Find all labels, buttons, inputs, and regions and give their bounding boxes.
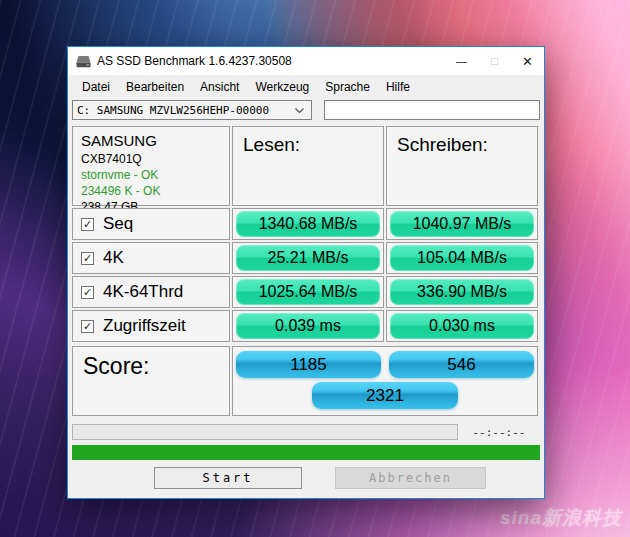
seq-write-value: 1040.97 MB/s — [390, 211, 534, 237]
app-window: AS SSD Benchmark 1.6.4237.30508 — □ ✕ Da… — [67, 46, 545, 499]
row-label-4k64: ✓ 4K-64Thrd — [72, 276, 230, 308]
drive-driver-status: stornvme - OK — [81, 168, 221, 182]
4k-read-cell: 25.21 MB/s — [232, 242, 384, 274]
4k-label: 4K — [103, 248, 124, 268]
overall-progress-bar — [72, 445, 540, 460]
close-button[interactable]: ✕ — [511, 47, 544, 75]
menu-bar: Datei Bearbeiten Ansicht Werkzeug Sprach… — [68, 75, 544, 98]
4k64-read-value: 1025.64 MB/s — [236, 279, 380, 305]
sina-watermark: sina新浪科技 — [500, 505, 622, 531]
access-write-value: 0.030 ms — [390, 313, 534, 339]
4k-read-value: 25.21 MB/s — [236, 245, 380, 271]
4k-write-value: 105.04 MB/s — [390, 245, 534, 271]
read-header: Lesen: — [232, 126, 384, 206]
menu-ansicht[interactable]: Ansicht — [192, 77, 247, 97]
drive-dropdown-value: C: SAMSUNG MZVLW256HEHP-00000 — [77, 104, 269, 117]
compare-textbox[interactable] — [324, 100, 540, 120]
seq-read-cell: 1340.68 MB/s — [232, 208, 384, 240]
access-checkbox[interactable]: ✓ — [81, 320, 94, 333]
row-label-seq: ✓ Seq — [72, 208, 230, 240]
score-values: 1185 546 2321 — [232, 346, 538, 416]
title-bar[interactable]: AS SSD Benchmark 1.6.4237.30508 — □ ✕ — [68, 47, 544, 75]
score-section: Score: 1185 546 2321 — [72, 346, 540, 416]
seq-label: Seq — [103, 214, 133, 234]
menu-datei[interactable]: Datei — [74, 77, 118, 97]
seq-checkbox[interactable]: ✓ — [81, 218, 94, 231]
4k64-label: 4K-64Thrd — [103, 282, 183, 302]
progress-row: --:--:-- — [72, 424, 540, 440]
row-label-4k: ✓ 4K — [72, 242, 230, 274]
cancel-button[interactable]: Abbrechen — [335, 467, 486, 489]
results-table: SAMSUNG CXB7401Q stornvme - OK 234496 K … — [72, 126, 540, 342]
drive-firmware: CXB7401Q — [81, 152, 221, 166]
access-read-value: 0.039 ms — [236, 313, 380, 339]
menu-bearbeiten[interactable]: Bearbeiten — [118, 77, 192, 97]
4k-checkbox[interactable]: ✓ — [81, 252, 94, 265]
score-read-value: 1185 — [236, 351, 381, 378]
window-controls: — □ ✕ — [445, 47, 544, 75]
write-header: Schreiben: — [386, 126, 538, 206]
score-write-value: 546 — [389, 351, 534, 378]
drive-vendor: SAMSUNG — [81, 132, 221, 149]
4k-write-cell: 105.04 MB/s — [386, 242, 538, 274]
access-write-cell: 0.030 ms — [386, 310, 538, 342]
drive-dropdown[interactable]: C: SAMSUNG MZVLW256HEHP-00000 — [72, 100, 312, 120]
drive-icon — [76, 55, 91, 68]
start-button[interactable]: Start — [154, 467, 302, 489]
drive-selector-row: C: SAMSUNG MZVLW256HEHP-00000 — [72, 100, 540, 120]
chevron-down-icon — [294, 107, 305, 114]
time-remaining: --:--:-- — [458, 426, 540, 439]
desktop-wallpaper: sina新浪科技 AS SSD Benchmark 1.6.4237.30508… — [0, 0, 630, 537]
score-total-value: 2321 — [312, 382, 458, 409]
drive-alignment-status: 234496 K - OK — [81, 184, 221, 198]
benchmark-progress-bar — [72, 424, 458, 440]
4k64-checkbox[interactable]: ✓ — [81, 286, 94, 299]
score-label: Score: — [72, 346, 230, 416]
minimize-button[interactable]: — — [445, 47, 478, 75]
4k64-read-cell: 1025.64 MB/s — [232, 276, 384, 308]
4k64-write-value: 336.90 MB/s — [390, 279, 534, 305]
menu-sprache[interactable]: Sprache — [317, 77, 378, 97]
seq-read-value: 1340.68 MB/s — [236, 211, 380, 237]
4k64-write-cell: 336.90 MB/s — [386, 276, 538, 308]
maximize-button[interactable]: □ — [478, 47, 511, 75]
seq-write-cell: 1040.97 MB/s — [386, 208, 538, 240]
action-buttons: Start Abbrechen — [72, 467, 540, 489]
access-label: Zugriffszeit — [103, 316, 186, 336]
access-read-cell: 0.039 ms — [232, 310, 384, 342]
menu-werkzeug[interactable]: Werkzeug — [247, 77, 317, 97]
menu-hilfe[interactable]: Hilfe — [378, 77, 418, 97]
window-title: AS SSD Benchmark 1.6.4237.30508 — [97, 54, 445, 68]
drive-info-panel: SAMSUNG CXB7401Q stornvme - OK 234496 K … — [72, 126, 230, 206]
row-label-access: ✓ Zugriffszeit — [72, 310, 230, 342]
